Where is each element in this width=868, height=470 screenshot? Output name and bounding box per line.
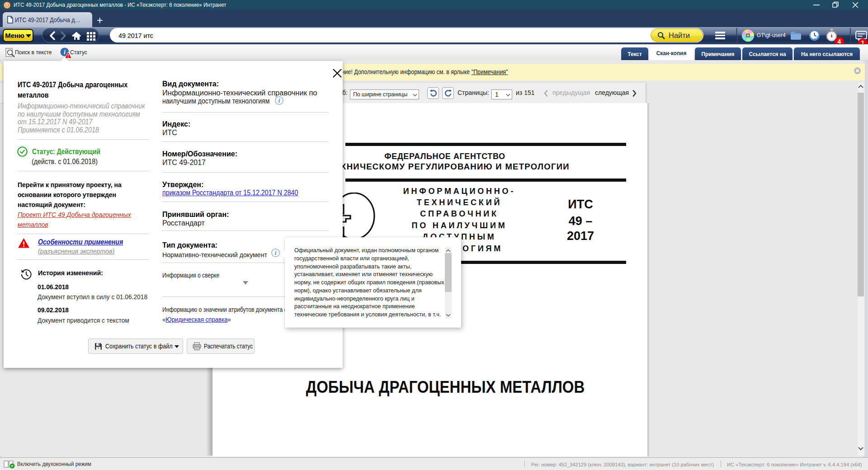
svg-text:i: i (64, 49, 66, 56)
